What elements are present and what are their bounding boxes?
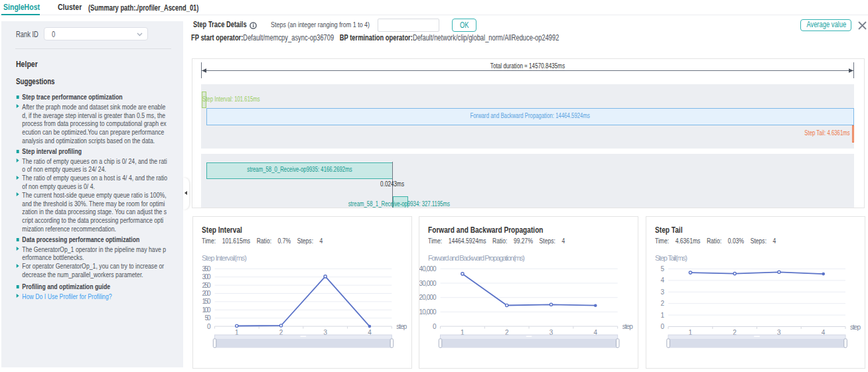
svg-text:step: step (850, 323, 861, 330)
svg-text:10,000: 10,000 (419, 308, 437, 315)
svg-text:0: 0 (660, 323, 664, 330)
svg-text:step: step (622, 323, 632, 330)
svg-text:Step Tail(ms): Step Tail(ms) (655, 254, 687, 262)
svg-text:Forward and Backward Propagati: Forward and Backward Propagation(ms) (428, 254, 525, 262)
svg-text:250: 250 (202, 281, 210, 288)
svg-text:300: 300 (202, 273, 210, 280)
svg-text:1: 1 (660, 311, 664, 318)
svg-text:350: 350 (202, 265, 210, 272)
svg-text:30,000: 30,000 (419, 279, 437, 286)
svg-text:3: 3 (660, 288, 664, 295)
svg-text:0: 0 (432, 322, 436, 330)
svg-text:50: 50 (204, 314, 210, 322)
svg-text:2: 2 (660, 300, 664, 307)
svg-text:200: 200 (202, 290, 210, 297)
svg-text:0: 0 (206, 322, 210, 330)
svg-text:4: 4 (660, 277, 664, 284)
svg-text:150: 150 (202, 298, 210, 305)
svg-text:step: step (396, 323, 407, 330)
svg-text:100: 100 (202, 306, 210, 313)
svg-text:20,000: 20,000 (419, 294, 437, 301)
svg-text:5: 5 (660, 265, 664, 273)
svg-text:40,000: 40,000 (419, 265, 437, 272)
svg-text:Step Interval(ms): Step Interval(ms) (202, 254, 247, 262)
